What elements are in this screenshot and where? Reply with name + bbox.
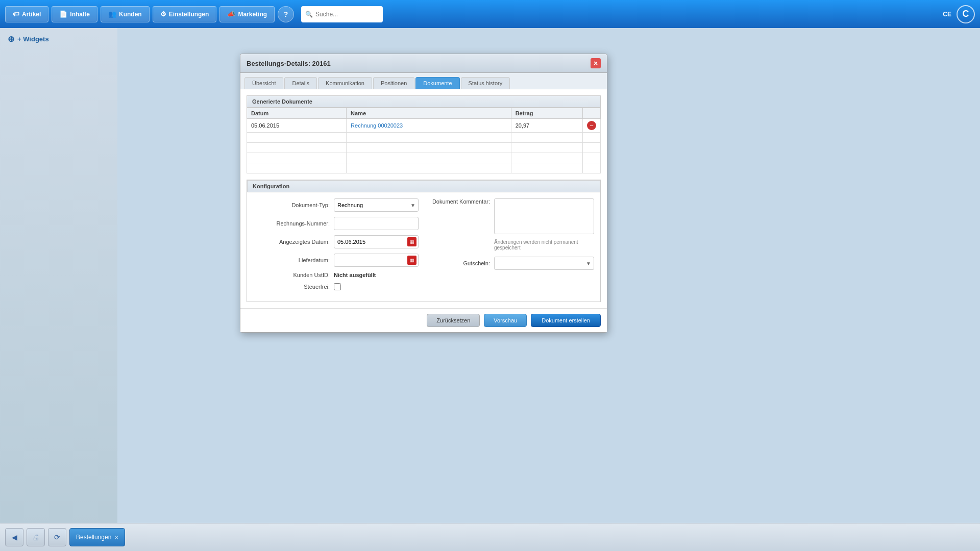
- pin-icon: ◀: [12, 533, 17, 541]
- angezeigtes-datum-wrap: ▦: [334, 235, 419, 248]
- gutschein-select[interactable]: [494, 257, 594, 270]
- dokument-typ-select[interactable]: Rechnung Lieferschein Gutschrift: [334, 198, 419, 212]
- search-box: 🔍: [301, 6, 383, 22]
- widgets-button[interactable]: ⊕ + Widgets: [0, 28, 117, 50]
- create-document-button[interactable]: Dokument erstellen: [531, 314, 601, 327]
- doc-link[interactable]: Rechnung 00020023: [351, 122, 403, 129]
- tab-uebersicht[interactable]: Übersicht: [244, 77, 283, 89]
- calendar-icon-2[interactable]: ▦: [407, 256, 416, 265]
- print-icon: 🖨: [32, 533, 39, 541]
- lieferdatum-row: Lieferdatum: ▦: [253, 254, 419, 267]
- col-actions: [583, 108, 601, 119]
- dokument-kommentar-label: Dokument Kommentar:: [429, 198, 490, 205]
- nav-inhalte[interactable]: 📄 Inhalte: [52, 6, 97, 22]
- tab-details[interactable]: Details: [284, 77, 317, 89]
- kunden-ustid-row: Kunden UstID: Nicht ausgefüllt: [253, 272, 419, 278]
- col-betrag: Betrag: [511, 108, 582, 119]
- taskbar-tab-close[interactable]: ×: [114, 534, 118, 541]
- help-button[interactable]: ?: [278, 6, 294, 22]
- tab-status-history[interactable]: Status history: [461, 77, 510, 89]
- calendar-icon[interactable]: ▦: [407, 237, 416, 246]
- gear-icon: ⚙: [160, 10, 166, 18]
- table-row-empty-1: [247, 133, 601, 143]
- dokument-kommentar-row: Dokument Kommentar:: [429, 198, 594, 234]
- table-row-empty-3: [247, 153, 601, 163]
- file-icon: 📄: [59, 10, 67, 18]
- ce-label: CE: [943, 11, 951, 18]
- kunden-ustid-label: Kunden UstID:: [253, 272, 330, 278]
- lieferdatum-wrap: ▦: [334, 254, 419, 267]
- konfiguration-section: Konfiguration Dokument-Typ: Rechnung Lie…: [247, 180, 601, 302]
- angezeigtes-datum-input[interactable]: [334, 235, 419, 248]
- generated-docs-header: Generierte Dokumente: [247, 95, 601, 108]
- nav-artikel[interactable]: 🏷 Artikel: [5, 6, 48, 22]
- cell-betrag: 20,97: [511, 119, 582, 133]
- modal-body: Generierte Dokumente Datum Name Betrag: [240, 89, 607, 308]
- col-name: Name: [347, 108, 511, 119]
- search-icon: 🔍: [305, 11, 313, 18]
- config-right: Dokument Kommentar: Änderungen werden ni…: [429, 198, 594, 295]
- taskbar-pin-button[interactable]: ◀: [5, 528, 23, 546]
- dokument-typ-row: Dokument-Typ: Rechnung Lieferschein Guts…: [253, 198, 419, 212]
- modal-close-button[interactable]: ×: [591, 58, 601, 68]
- tab-bar: Übersicht Details Kommunikation Position…: [240, 73, 607, 89]
- steuerfrei-checkbox[interactable]: [334, 283, 341, 290]
- search-input[interactable]: [315, 11, 377, 18]
- modal-dialog: Bestellungs-Details: 20161 × Übersicht D…: [240, 54, 607, 333]
- plus-icon: ⊕: [8, 34, 14, 44]
- top-navbar: 🏷 Artikel 📄 Inhalte 👥 Kunden ⚙ Einstellu…: [0, 0, 980, 28]
- nav-marketing[interactable]: 📣 Marketing: [219, 6, 275, 22]
- nav-einstellungen[interactable]: ⚙ Einstellungen: [153, 6, 217, 22]
- steuerfrei-label: Steuerfrei:: [253, 284, 330, 290]
- logo-circle: C: [957, 5, 975, 23]
- cell-datum: 05.06.2015: [247, 119, 347, 133]
- preview-button[interactable]: Vorschau: [484, 314, 527, 327]
- taskbar-bestellungen-tab[interactable]: Bestellungen ×: [69, 528, 125, 546]
- dokument-kommentar-textarea[interactable]: [494, 198, 594, 234]
- gutschein-label: Gutschein:: [429, 260, 490, 266]
- angezeigtes-datum-label: Angezeigtes Datum:: [253, 239, 330, 245]
- steuerfrei-row: Steuerfrei:: [253, 283, 419, 290]
- config-left: Dokument-Typ: Rechnung Lieferschein Guts…: [253, 198, 419, 295]
- angezeigtes-datum-row: Angezeigtes Datum: ▦: [253, 235, 419, 248]
- nav-kunden[interactable]: 👥 Kunden: [101, 6, 150, 22]
- tab-dokumente[interactable]: Dokumente: [415, 77, 459, 89]
- rechnungs-nummer-input[interactable]: [334, 217, 419, 230]
- taskbar-refresh-button[interactable]: ⟳: [48, 528, 66, 546]
- konfiguration-header: Konfiguration: [247, 180, 600, 192]
- lieferdatum-label: Lieferdatum:: [253, 257, 330, 263]
- kunden-ustid-value: Nicht ausgefüllt: [334, 272, 376, 278]
- megaphone-icon: 📣: [227, 10, 235, 18]
- documents-table: Datum Name Betrag 05.06.2015: [247, 108, 601, 173]
- table-row: 05.06.2015 Rechnung 00020023 20,97 −: [247, 119, 601, 133]
- dokument-typ-wrap: Rechnung Lieferschein Gutschrift ▼: [334, 198, 419, 212]
- reset-button[interactable]: Zurücksetzen: [427, 314, 480, 327]
- rechnungs-nummer-row: Rechnungs-Nummer:: [253, 217, 419, 230]
- konfiguration-body: Dokument-Typ: Rechnung Lieferschein Guts…: [247, 192, 600, 302]
- dokument-typ-label: Dokument-Typ:: [253, 202, 330, 208]
- lieferdatum-input[interactable]: [334, 254, 419, 267]
- tab-positionen[interactable]: Positionen: [373, 77, 414, 89]
- modal-footer: Zurücksetzen Vorschau Dokument erstellen: [240, 308, 607, 332]
- gutschein-row: Gutschein: ▼: [429, 257, 594, 270]
- people-icon: 👥: [108, 10, 116, 18]
- delete-doc-button[interactable]: −: [587, 121, 596, 130]
- table-row-empty-2: [247, 143, 601, 153]
- top-right: CE C: [943, 5, 975, 23]
- bottom-taskbar: ◀ 🖨 ⟳ Bestellungen ×: [0, 523, 980, 551]
- gutschein-wrap: ▼: [494, 257, 594, 270]
- tag-icon: 🏷: [13, 10, 19, 18]
- table-row-empty-4: [247, 163, 601, 173]
- modal-title: Bestellungs-Details: 20161: [247, 60, 331, 67]
- modal-header: Bestellungs-Details: 20161 ×: [240, 54, 607, 73]
- refresh-icon: ⟳: [54, 533, 60, 541]
- rechnungs-nummer-label: Rechnungs-Nummer:: [253, 220, 330, 227]
- col-datum: Datum: [247, 108, 347, 119]
- main-area: Bestellungs-Details: 20161 × Übersicht D…: [117, 28, 980, 523]
- cell-delete: −: [583, 119, 601, 133]
- taskbar-print-button[interactable]: 🖨: [27, 528, 45, 546]
- cell-name: Rechnung 00020023: [347, 119, 511, 133]
- sidebar: ⊕ + Widgets: [0, 28, 117, 523]
- changes-note: Änderungen werden nicht permanent gespei…: [494, 239, 594, 251]
- tab-kommunikation[interactable]: Kommunikation: [318, 77, 372, 89]
